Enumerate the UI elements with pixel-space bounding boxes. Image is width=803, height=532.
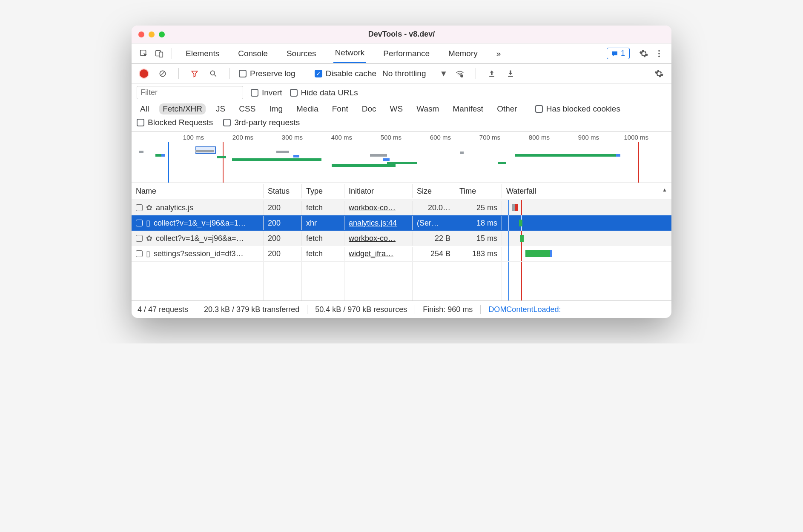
filter-media[interactable]: Media (293, 103, 322, 114)
request-size: 254 B (413, 247, 455, 261)
issues-icon (611, 50, 618, 57)
window-controls (138, 31, 165, 37)
col-name[interactable]: Name (132, 184, 264, 198)
col-waterfall[interactable]: Waterfall▲ (502, 184, 671, 198)
col-type[interactable]: Type (302, 184, 344, 198)
request-status: 200 (264, 216, 302, 230)
table-row[interactable]: ✿ analytics.js 200 fetch workbox-co… 20.… (132, 200, 671, 215)
resource-type-filter: All Fetch/XHR JS CSS Img Media Font Doc … (137, 103, 666, 114)
filter-css[interactable]: CSS (235, 103, 259, 114)
load-marker (223, 142, 224, 183)
filter-all[interactable]: All (137, 103, 152, 114)
request-time: 25 ms (455, 201, 502, 215)
col-time[interactable]: Time (455, 184, 502, 198)
marker (638, 142, 639, 183)
filter-ws[interactable]: WS (387, 103, 407, 114)
checkbox-icon (535, 105, 543, 113)
filter-doc[interactable]: Doc (358, 103, 380, 114)
tab-performance[interactable]: Performance (381, 45, 431, 63)
checkbox-checked-icon: ✓ (315, 70, 322, 77)
timeline-overview[interactable]: 100 ms 200 ms 300 ms 400 ms 500 ms 600 m… (132, 132, 671, 183)
inspect-icon[interactable] (138, 47, 150, 60)
window-minimize-button[interactable] (149, 31, 155, 37)
tab-overflow[interactable]: » (495, 45, 503, 63)
table-row[interactable]: ✿ collect?v=1&_v=j96&a=… 200 fetch workb… (132, 231, 671, 246)
network-toolbar: Preserve log ✓ Disable cache No throttli… (132, 64, 671, 83)
throttling-select[interactable]: No throttling ▼ (382, 69, 447, 78)
doc-icon: ▯ (146, 218, 150, 228)
settings-icon[interactable] (637, 47, 650, 60)
tab-console[interactable]: Console (236, 45, 270, 63)
blocked-requests-toggle[interactable]: Blocked Requests (137, 118, 213, 127)
filter-input[interactable] (137, 86, 243, 99)
status-requests: 4 / 47 requests (138, 305, 196, 314)
request-type: fetch (302, 232, 344, 246)
request-name: collect?v=1&_v=j96&a=1… (154, 219, 246, 228)
request-time: 183 ms (455, 247, 502, 261)
filter-icon[interactable] (188, 67, 201, 80)
clear-icon[interactable] (156, 67, 169, 80)
overflow-menu-icon[interactable] (653, 47, 665, 60)
panel-settings-icon[interactable] (653, 67, 665, 80)
request-initiator[interactable]: analytics.js:44 (344, 216, 413, 230)
divider (476, 68, 476, 79)
status-domcontentloaded: DOMContentLoaded: (481, 305, 561, 314)
request-size: (Ser… (413, 216, 455, 230)
gear-icon: ✿ (146, 234, 152, 243)
request-initiator[interactable]: workbox-co… (344, 201, 413, 215)
gear-icon: ✿ (146, 203, 152, 212)
checkbox-icon (251, 89, 258, 97)
issues-button[interactable]: 1 (607, 48, 630, 59)
tab-memory[interactable]: Memory (447, 45, 479, 63)
tab-network[interactable]: Network (333, 44, 367, 63)
row-checkbox[interactable] (136, 250, 143, 257)
request-initiator[interactable]: widget_ifra… (344, 247, 413, 261)
svg-point-10 (461, 74, 463, 77)
col-status[interactable]: Status (264, 184, 302, 198)
disable-cache-toggle[interactable]: ✓ Disable cache (315, 69, 376, 78)
preserve-log-toggle[interactable]: Preserve log (239, 69, 295, 78)
col-initiator[interactable]: Initiator (344, 184, 413, 198)
divider (229, 68, 229, 79)
table-empty-area (132, 261, 671, 300)
filter-img[interactable]: Img (266, 103, 286, 114)
request-initiator[interactable]: workbox-co… (344, 232, 413, 246)
divider (305, 68, 305, 79)
col-size[interactable]: Size (413, 184, 455, 198)
status-bar: 4 / 47 requests 20.3 kB / 379 kB transfe… (132, 301, 671, 318)
svg-line-9 (215, 74, 216, 76)
table-header: Name Status Type Initiator Size Time Wat… (132, 183, 671, 200)
row-checkbox[interactable] (136, 220, 143, 226)
filter-wasm[interactable]: Wasm (413, 103, 442, 114)
window-zoom-button[interactable] (159, 31, 165, 37)
table-row[interactable]: ▯ settings?session_id=df3… 200 fetch wid… (132, 246, 671, 261)
row-checkbox[interactable] (136, 235, 143, 242)
filter-fetch-xhr[interactable]: Fetch/XHR (159, 103, 206, 114)
divider (172, 48, 172, 59)
svg-point-5 (658, 55, 660, 57)
download-har-icon[interactable] (504, 67, 517, 80)
has-blocked-cookies-toggle[interactable]: Has blocked cookies (535, 104, 620, 114)
filter-other[interactable]: Other (493, 103, 521, 114)
record-button[interactable] (138, 67, 150, 80)
invert-toggle[interactable]: Invert (251, 88, 282, 97)
third-party-toggle[interactable]: 3rd-party requests (223, 118, 300, 127)
filter-js[interactable]: JS (212, 103, 229, 114)
hide-data-urls-toggle[interactable]: Hide data URLs (290, 88, 358, 97)
panel-tabs: Elements Console Sources Network Perform… (184, 44, 502, 63)
network-conditions-icon[interactable] (453, 67, 466, 80)
tab-sources[interactable]: Sources (285, 45, 318, 63)
filter-font[interactable]: Font (329, 103, 352, 114)
device-toolbar-icon[interactable] (153, 47, 166, 60)
filter-manifest[interactable]: Manifest (449, 103, 487, 114)
window-close-button[interactable] (138, 31, 144, 37)
chevron-down-icon: ▼ (439, 69, 447, 78)
search-icon[interactable] (207, 67, 220, 80)
row-checkbox[interactable] (136, 204, 143, 211)
upload-har-icon[interactable] (485, 67, 498, 80)
request-status: 200 (264, 247, 302, 261)
table-row[interactable]: ▯ collect?v=1&_v=j96&a=1… 200 xhr analyt… (132, 215, 671, 231)
request-status: 200 (264, 201, 302, 215)
tab-elements[interactable]: Elements (184, 45, 221, 63)
checkbox-icon (290, 89, 298, 97)
